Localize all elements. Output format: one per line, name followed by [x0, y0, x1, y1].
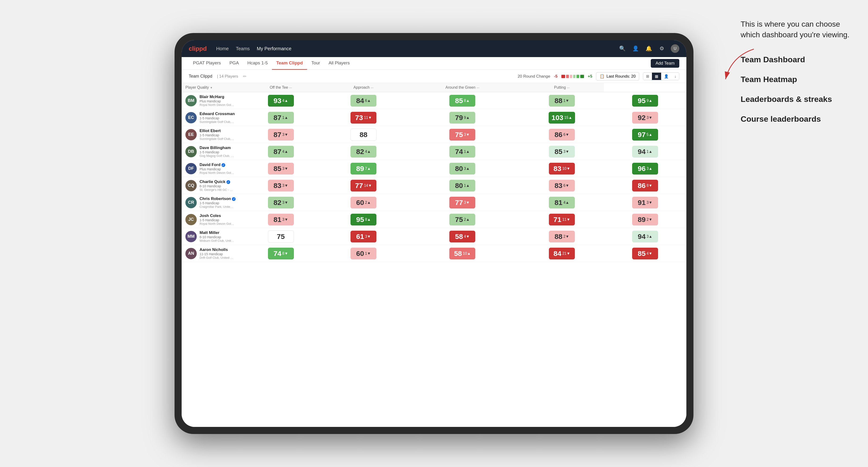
score-box[interactable]: 81 3▼ [268, 214, 294, 225]
player-info-cell[interactable]: CQ Charlie Quick✓ 6-10 Handicap St. Geor… [182, 177, 239, 194]
col-around-green: Around the Green — [405, 83, 520, 92]
score-box[interactable]: 74 1▲ [450, 146, 475, 158]
player-club: Drift Golf Club, United Kingdom [199, 256, 235, 259]
subnav-pga[interactable]: PGA [225, 57, 243, 70]
score-box[interactable]: 71 11▼ [549, 214, 575, 225]
score-box[interactable]: 80 1▲ [450, 180, 475, 191]
score-box[interactable]: 79 9▲ [450, 112, 475, 124]
score-box[interactable]: 85 3▼ [268, 163, 294, 175]
score-box[interactable]: 75 [268, 230, 294, 243]
search-icon[interactable]: 🔍 [618, 44, 626, 53]
profile-icon[interactable]: 👤 [631, 44, 640, 53]
score-box[interactable]: 87 3▼ [268, 129, 294, 141]
score-delta: 6▼ [563, 132, 569, 137]
player-club: Royal North Devon Golf Club, United King… [199, 222, 235, 225]
score-box[interactable]: 84 21▼ [549, 248, 575, 259]
team-count: | 14 Players [217, 74, 238, 79]
player-handicap: 1-5 Handicap [199, 133, 236, 137]
nav-home[interactable]: Home [216, 45, 229, 52]
score-box[interactable]: 85 4▼ [632, 248, 658, 259]
player-info-cell[interactable]: DB Dave Billingham 1-5 Handicap Gog Mago… [182, 143, 239, 160]
player-info-cell[interactable]: AN Aaron Nicholls 11-15 Handicap Drift G… [182, 245, 239, 262]
player-info-cell[interactable]: JC Josh Coles 1-5 Handicap Royal North D… [182, 211, 239, 228]
edit-icon[interactable]: ✏ [243, 74, 247, 79]
table-row: BM Blair McHarg Plus Handicap Royal Nort… [182, 92, 686, 109]
score-box[interactable]: 75 3▼ [450, 129, 475, 141]
score-delta: 2▼ [563, 235, 569, 239]
score-value: 95 [638, 97, 646, 105]
score-value: 80 [455, 182, 463, 190]
score-box[interactable]: 61 3▼ [350, 231, 376, 243]
score-box[interactable]: 89 2▼ [632, 214, 658, 225]
score-box[interactable]: 85 8▲ [450, 95, 475, 106]
subnav-pgat[interactable]: PGAT Players [189, 57, 225, 70]
score-box[interactable]: 83 6▼ [549, 180, 575, 191]
score-box[interactable]: 92 3▼ [632, 112, 658, 124]
score-cell-4-4: 96 3▲ [604, 160, 686, 177]
view-grid-btn[interactable]: ⊞ [643, 73, 652, 80]
user-avatar[interactable]: U [671, 44, 679, 53]
score-box[interactable]: 94 1▲ [632, 146, 658, 158]
view-heatmap-btn[interactable]: ▦ [652, 73, 661, 80]
score-box[interactable]: 60 1▼ [350, 248, 376, 259]
score-box[interactable]: 86 8▼ [632, 180, 658, 191]
score-box[interactable]: 103 15▲ [549, 112, 575, 124]
score-box[interactable]: 88 2▼ [549, 231, 575, 243]
score-box[interactable]: 74 8▼ [268, 248, 294, 259]
score-cell-3-2: 74 1▲ [405, 143, 520, 160]
score-box[interactable]: 77 14▼ [350, 180, 376, 191]
annotation-item-4: Course leaderboards [741, 114, 854, 124]
score-box[interactable]: 95 8▲ [350, 214, 376, 225]
score-cell-1-2: 79 9▲ [405, 109, 520, 126]
view-person-btn[interactable]: 👤 [661, 73, 672, 80]
score-box[interactable]: 73 11▼ [350, 112, 376, 124]
player-info-cell[interactable]: EC Edward Crossman 1-5 Handicap Sunningd… [182, 109, 239, 126]
last-rounds-label: Last Rounds: 20 [607, 74, 636, 79]
settings-icon[interactable]: ⚙ [658, 44, 666, 53]
score-box[interactable]: 96 3▲ [632, 163, 658, 175]
add-team-button[interactable]: Add Team [651, 59, 679, 68]
player-info-cell[interactable]: DF David Ford✓ Plus Handicap Royal North… [182, 160, 239, 177]
player-info-cell[interactable]: BM Blair McHarg Plus Handicap Royal Nort… [182, 92, 239, 109]
score-box[interactable]: 94 3▲ [632, 231, 658, 243]
score-box[interactable]: 97 5▲ [632, 129, 658, 141]
nav-teams[interactable]: Teams [236, 45, 250, 52]
score-box[interactable]: 60 2▲ [350, 197, 376, 209]
player-info-cell[interactable]: CR Chris Robertson✓ 1-5 Handicap Craigmi… [182, 194, 239, 211]
nav-my-performance[interactable]: My Performance [257, 45, 291, 52]
subnav-hcaps[interactable]: Hcaps 1-5 [243, 57, 272, 70]
score-box[interactable]: 86 6▼ [549, 129, 575, 141]
subnav-tour[interactable]: Tour [307, 57, 324, 70]
score-box[interactable]: 87 1▲ [268, 112, 294, 124]
score-box[interactable]: 88 [350, 129, 376, 141]
score-box[interactable]: 85 3▼ [549, 146, 575, 158]
player-club: Gog Magog Golf Club, United Kingdom [199, 154, 235, 158]
score-box[interactable]: 91 3▼ [632, 197, 658, 209]
score-box[interactable]: 80 3▲ [450, 163, 475, 175]
score-box[interactable]: 82 4▲ [350, 146, 376, 158]
player-info-cell[interactable]: MM Matt Miller 6-10 Handicap Woburn Golf… [182, 228, 239, 245]
player-info-cell[interactable]: EE Elliot Ebert 1-5 Handicap Sunningdale… [182, 126, 239, 143]
view-download-btn[interactable]: ↓ [672, 73, 679, 80]
score-box[interactable]: 95 9▲ [632, 95, 658, 106]
score-box[interactable]: 88 1▼ [549, 95, 575, 106]
subnav-all-players[interactable]: All Players [324, 57, 354, 70]
bell-icon[interactable]: 🔔 [644, 44, 653, 53]
data-table: Player Quality ▼ Off the Tee — Approach … [182, 83, 686, 262]
subnav-team-clippd[interactable]: Team Clippd [272, 57, 307, 70]
score-box[interactable]: 77 3▼ [450, 197, 475, 209]
score-box[interactable]: 58 4▼ [450, 231, 475, 243]
score-box[interactable]: 83 10▼ [549, 163, 575, 175]
score-value: 86 [638, 182, 646, 190]
score-box[interactable]: 83 3▼ [268, 180, 294, 191]
last-rounds-button[interactable]: 📋 Last Rounds: 20 [596, 72, 639, 81]
score-box[interactable]: 81 4▲ [549, 197, 575, 209]
score-box[interactable]: 93 4▲ [268, 95, 294, 106]
score-box[interactable]: 58 10▲ [450, 248, 475, 259]
score-box[interactable]: 84 6▲ [350, 95, 376, 106]
score-box[interactable]: 89 7▲ [350, 163, 376, 175]
score-value: 73 [355, 114, 363, 122]
score-box[interactable]: 87 4▲ [268, 146, 294, 158]
score-box[interactable]: 75 2▲ [450, 214, 475, 225]
score-box[interactable]: 82 3▼ [268, 197, 294, 209]
